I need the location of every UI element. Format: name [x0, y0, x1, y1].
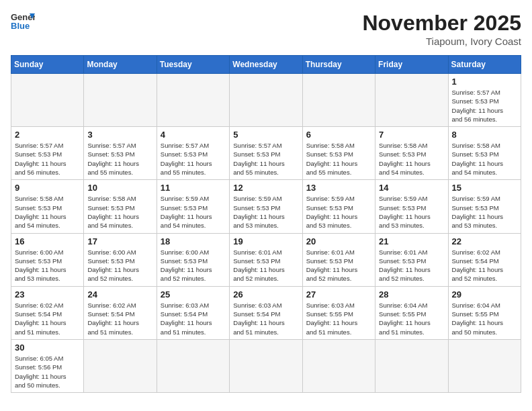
col-header-thursday: Thursday — [302, 56, 375, 74]
calendar-cell: 22Sunrise: 6:02 AM Sunset: 5:54 PM Dayli… — [448, 233, 521, 286]
day-number: 20 — [306, 236, 371, 246]
calendar-cell: 17Sunrise: 6:00 AM Sunset: 5:53 PM Dayli… — [84, 233, 157, 286]
calendar-cell: 6Sunrise: 5:58 AM Sunset: 5:53 PM Daylig… — [302, 127, 375, 180]
calendar-week-4: 16Sunrise: 6:00 AM Sunset: 5:53 PM Dayli… — [11, 233, 521, 286]
day-info: Sunrise: 6:03 AM Sunset: 5:54 PM Dayligh… — [161, 301, 226, 336]
calendar-cell: 7Sunrise: 5:58 AM Sunset: 5:53 PM Daylig… — [375, 127, 448, 180]
day-number: 23 — [15, 289, 80, 300]
calendar-cell: 15Sunrise: 5:59 AM Sunset: 5:53 PM Dayli… — [448, 180, 521, 233]
calendar-cell — [375, 74, 448, 127]
calendar-cell — [230, 74, 302, 127]
calendar-cell: 1Sunrise: 5:57 AM Sunset: 5:53 PM Daylig… — [448, 74, 521, 127]
day-number: 12 — [233, 183, 298, 193]
day-number: 8 — [452, 130, 517, 140]
day-info: Sunrise: 5:58 AM Sunset: 5:53 PM Dayligh… — [306, 141, 371, 177]
day-info: Sunrise: 5:58 AM Sunset: 5:53 PM Dayligh… — [379, 141, 444, 177]
calendar-header-row: SundayMondayTuesdayWednesdayThursdayFrid… — [11, 56, 521, 74]
day-number: 18 — [161, 236, 226, 246]
day-info: Sunrise: 6:00 AM Sunset: 5:53 PM Dayligh… — [15, 248, 80, 283]
logo: General Blue — [11, 11, 35, 31]
day-info: Sunrise: 6:00 AM Sunset: 5:53 PM Dayligh… — [161, 248, 226, 283]
calendar-cell — [302, 74, 375, 127]
day-number: 14 — [379, 183, 444, 193]
calendar-cell — [157, 339, 229, 392]
calendar-cell: 4Sunrise: 5:57 AM Sunset: 5:53 PM Daylig… — [157, 127, 229, 180]
day-number: 1 — [452, 77, 517, 87]
day-info: Sunrise: 6:03 AM Sunset: 5:54 PM Dayligh… — [233, 301, 298, 336]
day-number: 27 — [306, 289, 371, 300]
day-info: Sunrise: 6:02 AM Sunset: 5:54 PM Dayligh… — [15, 301, 80, 336]
calendar-cell: 30Sunrise: 6:05 AM Sunset: 5:56 PM Dayli… — [11, 339, 84, 392]
calendar-cell: 24Sunrise: 6:02 AM Sunset: 5:54 PM Dayli… — [84, 286, 157, 339]
page-header: General Blue November 2025 Tiapoum, Ivor… — [11, 11, 521, 47]
month-title: November 2025 — [362, 11, 521, 36]
day-number: 21 — [379, 236, 444, 246]
calendar-cell — [157, 74, 229, 127]
day-info: Sunrise: 5:58 AM Sunset: 5:53 PM Dayligh… — [452, 141, 517, 177]
calendar-cell: 12Sunrise: 5:59 AM Sunset: 5:53 PM Dayli… — [230, 180, 302, 233]
calendar-cell — [302, 339, 375, 392]
day-info: Sunrise: 6:02 AM Sunset: 5:54 PM Dayligh… — [87, 301, 152, 336]
calendar-cell: 2Sunrise: 5:57 AM Sunset: 5:53 PM Daylig… — [11, 127, 84, 180]
location-title: Tiapoum, Ivory Coast — [362, 36, 521, 47]
calendar-cell: 14Sunrise: 5:59 AM Sunset: 5:53 PM Dayli… — [375, 180, 448, 233]
calendar-week-2: 2Sunrise: 5:57 AM Sunset: 5:53 PM Daylig… — [11, 127, 521, 180]
day-number: 5 — [233, 130, 298, 140]
day-number: 13 — [306, 183, 371, 193]
day-number: 22 — [452, 236, 517, 246]
calendar-cell — [84, 74, 157, 127]
calendar-week-1: 1Sunrise: 5:57 AM Sunset: 5:53 PM Daylig… — [11, 74, 521, 127]
day-number: 4 — [161, 130, 226, 140]
col-header-friday: Friday — [375, 56, 448, 74]
calendar-cell: 13Sunrise: 5:59 AM Sunset: 5:53 PM Dayli… — [302, 180, 375, 233]
day-info: Sunrise: 5:59 AM Sunset: 5:53 PM Dayligh… — [233, 194, 298, 230]
day-info: Sunrise: 5:57 AM Sunset: 5:53 PM Dayligh… — [452, 88, 517, 124]
day-number: 29 — [452, 289, 517, 300]
calendar-cell — [84, 339, 157, 392]
day-info: Sunrise: 5:57 AM Sunset: 5:53 PM Dayligh… — [161, 141, 226, 177]
day-number: 16 — [15, 236, 80, 246]
calendar-cell: 5Sunrise: 5:57 AM Sunset: 5:53 PM Daylig… — [230, 127, 302, 180]
day-info: Sunrise: 6:02 AM Sunset: 5:54 PM Dayligh… — [452, 248, 517, 283]
col-header-tuesday: Tuesday — [157, 56, 229, 74]
day-number: 15 — [452, 183, 517, 193]
day-info: Sunrise: 5:59 AM Sunset: 5:53 PM Dayligh… — [452, 194, 517, 230]
calendar-cell: 29Sunrise: 6:04 AM Sunset: 5:55 PM Dayli… — [448, 286, 521, 339]
day-number: 3 — [87, 130, 152, 140]
day-info: Sunrise: 5:59 AM Sunset: 5:53 PM Dayligh… — [379, 194, 444, 230]
calendar-cell: 8Sunrise: 5:58 AM Sunset: 5:53 PM Daylig… — [448, 127, 521, 180]
calendar-cell: 20Sunrise: 6:01 AM Sunset: 5:53 PM Dayli… — [302, 233, 375, 286]
day-number: 7 — [379, 130, 444, 140]
calendar-cell — [448, 339, 521, 392]
svg-text:Blue: Blue — [11, 21, 30, 31]
col-header-sunday: Sunday — [11, 56, 84, 74]
day-info: Sunrise: 6:04 AM Sunset: 5:55 PM Dayligh… — [379, 301, 444, 336]
calendar-cell: 21Sunrise: 6:01 AM Sunset: 5:53 PM Dayli… — [375, 233, 448, 286]
day-info: Sunrise: 5:59 AM Sunset: 5:53 PM Dayligh… — [306, 194, 371, 230]
calendar-cell: 11Sunrise: 5:59 AM Sunset: 5:53 PM Dayli… — [157, 180, 229, 233]
day-number: 2 — [15, 130, 80, 140]
calendar-cell: 26Sunrise: 6:03 AM Sunset: 5:54 PM Dayli… — [230, 286, 302, 339]
day-info: Sunrise: 6:03 AM Sunset: 5:55 PM Dayligh… — [306, 301, 371, 336]
day-number: 25 — [161, 289, 226, 300]
calendar-table: SundayMondayTuesdayWednesdayThursdayFrid… — [11, 55, 521, 393]
day-info: Sunrise: 5:57 AM Sunset: 5:53 PM Dayligh… — [15, 141, 80, 177]
day-number: 28 — [379, 289, 444, 300]
calendar-cell: 27Sunrise: 6:03 AM Sunset: 5:55 PM Dayli… — [302, 286, 375, 339]
calendar-cell: 16Sunrise: 6:00 AM Sunset: 5:53 PM Dayli… — [11, 233, 84, 286]
calendar-week-3: 9Sunrise: 5:58 AM Sunset: 5:53 PM Daylig… — [11, 180, 521, 233]
day-info: Sunrise: 6:01 AM Sunset: 5:53 PM Dayligh… — [379, 248, 444, 283]
calendar-cell: 25Sunrise: 6:03 AM Sunset: 5:54 PM Dayli… — [157, 286, 229, 339]
calendar-week-5: 23Sunrise: 6:02 AM Sunset: 5:54 PM Dayli… — [11, 286, 521, 339]
calendar-cell: 9Sunrise: 5:58 AM Sunset: 5:53 PM Daylig… — [11, 180, 84, 233]
day-number: 30 — [15, 342, 80, 353]
calendar-cell: 23Sunrise: 6:02 AM Sunset: 5:54 PM Dayli… — [11, 286, 84, 339]
calendar-cell — [230, 339, 302, 392]
calendar-week-6: 30Sunrise: 6:05 AM Sunset: 5:56 PM Dayli… — [11, 339, 521, 392]
day-number: 11 — [161, 183, 226, 193]
day-number: 10 — [87, 183, 152, 193]
day-info: Sunrise: 5:57 AM Sunset: 5:53 PM Dayligh… — [233, 141, 298, 177]
day-info: Sunrise: 6:01 AM Sunset: 5:53 PM Dayligh… — [233, 248, 298, 283]
col-header-wednesday: Wednesday — [230, 56, 302, 74]
title-block: November 2025 Tiapoum, Ivory Coast — [362, 11, 521, 47]
